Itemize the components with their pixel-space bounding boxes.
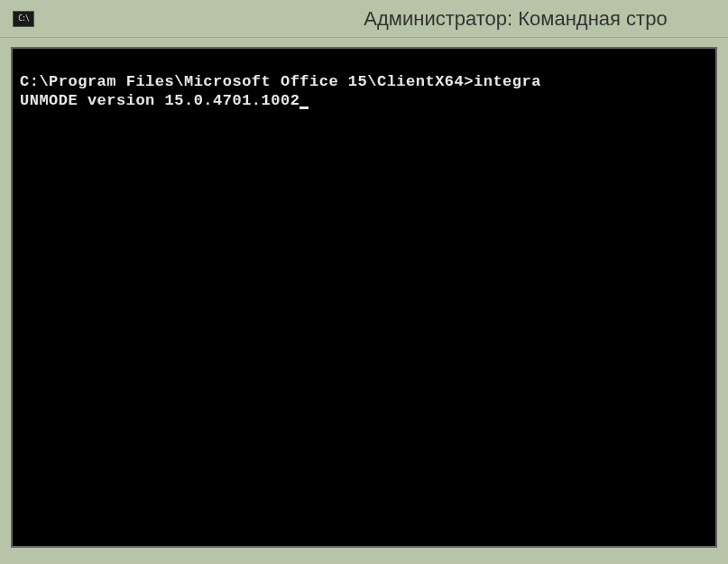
text-cursor <box>299 106 309 109</box>
console-text-block: C:\Program Files\Microsoft Office 15\Cli… <box>20 72 708 111</box>
command-input: integra <box>474 73 541 90</box>
output-line: UNMODE version 15.0.4701.1002 <box>20 92 299 109</box>
cmd-icon: C:\ <box>13 11 34 27</box>
window-titlebar[interactable]: C:\ Администратор: Командная стро <box>0 0 728 38</box>
cmd-icon-label: C:\ <box>18 14 28 23</box>
prompt-path: C:\Program Files\Microsoft Office 15\Cli… <box>20 73 474 90</box>
window-title: Администратор: Командная стро <box>40 7 721 31</box>
console-output[interactable]: C:\Program Files\Microsoft Office 15\Cli… <box>11 47 717 548</box>
